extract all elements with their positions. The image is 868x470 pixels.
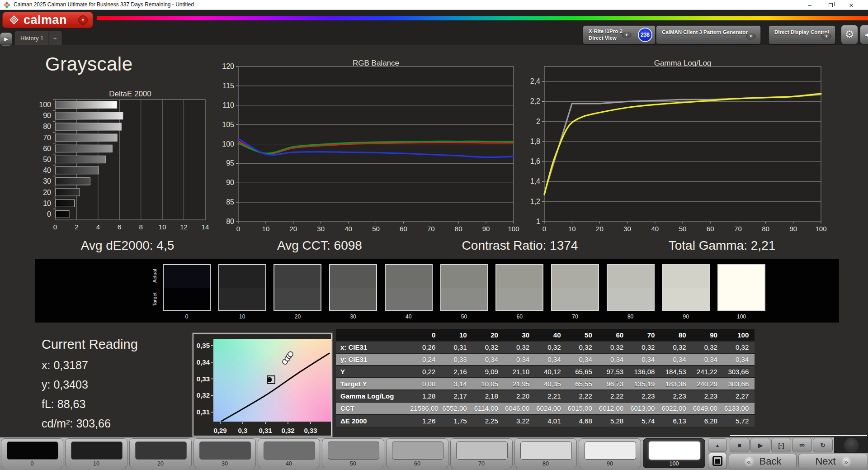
level-patch-button-0[interactable]: 0 bbox=[1, 438, 63, 468]
table-cell: 2,18 bbox=[473, 390, 504, 402]
table-cell: 0,32 bbox=[473, 341, 504, 353]
table-cell: 6049,00 bbox=[692, 402, 723, 414]
level-patch-button-80[interactable]: 80 bbox=[514, 438, 577, 468]
svg-text:2: 2 bbox=[536, 118, 540, 125]
continuous-measure-button[interactable]: ∞ bbox=[792, 438, 812, 452]
patch-label: 100 bbox=[643, 461, 705, 467]
svg-text:10: 10 bbox=[43, 199, 51, 207]
rgb-balance-chart: 8085909510010511011512001020304050607080… bbox=[217, 62, 533, 235]
svg-text:20: 20 bbox=[43, 189, 51, 196]
meter-pattern-generator[interactable]: CalMAN Client 3 Pattern Generator ▼ bbox=[656, 25, 761, 44]
level-patch-button-90[interactable]: 90 bbox=[579, 438, 641, 468]
level-patch-button-50[interactable]: 50 bbox=[322, 438, 384, 468]
table-cell: 183,36 bbox=[660, 378, 692, 390]
logo-dropdown-button[interactable]: ▼ bbox=[78, 15, 88, 25]
table-row-label: Target Y bbox=[336, 378, 410, 390]
restore-icon bbox=[829, 3, 833, 7]
patch-label: 60 bbox=[387, 461, 448, 467]
level-patch-button-60[interactable]: 60 bbox=[386, 438, 448, 468]
table-column-header: 100 bbox=[723, 329, 755, 341]
table-row-label: y: CIE31 bbox=[336, 353, 410, 366]
table-row: CCT21586,006552,006114,006046,006024,006… bbox=[336, 402, 755, 414]
chevron-down-icon[interactable]: ▼ bbox=[821, 33, 831, 40]
table-column-header: 10 bbox=[441, 329, 472, 341]
play-icon: ▶ bbox=[758, 442, 763, 449]
next-button[interactable]: Next » bbox=[798, 454, 868, 469]
svg-text:0,3: 0,3 bbox=[238, 427, 248, 434]
new-tab-button[interactable]: + bbox=[48, 31, 61, 45]
meter-display-control[interactable]: Direct Display Control ▼ bbox=[769, 25, 835, 44]
sidebar-expand-button[interactable]: ▶ bbox=[0, 33, 12, 46]
table-cell: 2,23 bbox=[692, 390, 723, 402]
close-button[interactable]: × bbox=[841, 0, 862, 10]
level-patch-button-70[interactable]: 70 bbox=[450, 438, 513, 468]
level-patch-button-20[interactable]: 20 bbox=[129, 438, 192, 468]
svg-text:80: 80 bbox=[762, 225, 769, 233]
grayscale-swatch-60 bbox=[495, 264, 543, 311]
swatch-target bbox=[608, 288, 654, 310]
svg-text:95: 95 bbox=[226, 159, 234, 167]
minimize-button[interactable]: – bbox=[799, 0, 820, 10]
chevrons-right-icon: » bbox=[841, 456, 851, 466]
svg-text:4: 4 bbox=[96, 223, 100, 231]
svg-text:2: 2 bbox=[75, 223, 78, 231]
stop-button[interactable]: ■ bbox=[730, 438, 750, 452]
single-measure-icon: [-] bbox=[778, 442, 784, 449]
meter-status-accent bbox=[583, 26, 585, 44]
swatch-label: 90 bbox=[662, 313, 710, 320]
svg-text:115: 115 bbox=[222, 82, 234, 90]
table-cell: 6046,00 bbox=[504, 402, 535, 414]
display-control-name: Direct Display Control bbox=[774, 29, 829, 35]
swatch-actual bbox=[608, 265, 654, 288]
pattern-window-button[interactable] bbox=[708, 453, 727, 469]
calman-diamond-icon bbox=[8, 14, 20, 26]
swatch-target bbox=[718, 288, 764, 310]
table-row: Y0,222,169,0921,1040,1265,6597,53136,081… bbox=[336, 366, 755, 378]
refresh-icon: ↻ bbox=[821, 442, 826, 449]
table-cell: 2,22 bbox=[598, 390, 629, 402]
patch-color bbox=[199, 442, 251, 460]
svg-text:70: 70 bbox=[734, 225, 742, 233]
table-cell: 6013,00 bbox=[629, 402, 660, 414]
collapse-panel-button[interactable]: ◀ bbox=[860, 25, 868, 44]
table-cell: 184,53 bbox=[660, 366, 692, 378]
table-cell: 21,95 bbox=[504, 378, 535, 390]
exposure-badge[interactable]: 238 bbox=[638, 28, 652, 42]
table-cell: 3,14 bbox=[441, 378, 472, 390]
level-patch-button-100[interactable]: 100 bbox=[643, 438, 705, 468]
sensor-name: X-Rite i1Pro 2 bbox=[589, 28, 623, 34]
refresh-button[interactable]: ↻ bbox=[813, 438, 833, 452]
table-column-header: 40 bbox=[535, 329, 566, 341]
svg-text:80: 80 bbox=[226, 218, 234, 225]
grayscale-swatch-0 bbox=[163, 264, 211, 311]
pattern-up-button[interactable]: ▲ bbox=[708, 438, 727, 452]
play-button[interactable]: ▶ bbox=[750, 438, 770, 452]
patch-color bbox=[456, 442, 508, 460]
chevron-down-icon[interactable]: ▼ bbox=[746, 33, 756, 40]
chevron-down-icon[interactable]: ▼ bbox=[622, 32, 632, 38]
settings-button[interactable]: ⚙ bbox=[841, 25, 858, 44]
table-column-header: 20 bbox=[473, 329, 504, 341]
transport-separator bbox=[730, 435, 867, 436]
level-patch-button-40[interactable]: 40 bbox=[258, 438, 320, 468]
table-cell: 0,00 bbox=[410, 378, 441, 390]
meter-sensor[interactable]: X-Rite i1Pro 2 Direct View ▼ 238 bbox=[583, 25, 656, 44]
svg-text:50: 50 bbox=[679, 225, 687, 233]
back-button[interactable]: « Back bbox=[729, 454, 797, 469]
patch-color bbox=[392, 442, 443, 460]
deltae-bar-chart: 024681012141009080706050403020100 bbox=[25, 87, 220, 236]
single-measure-button[interactable]: [-] bbox=[771, 438, 791, 452]
level-patch-button-10[interactable]: 10 bbox=[65, 438, 127, 468]
back-label: Back bbox=[760, 456, 782, 467]
svg-text:100: 100 bbox=[815, 225, 826, 233]
calman-menu-button[interactable]: calman ▼ bbox=[2, 12, 93, 28]
window-titlebar: Calman 2025 Calman Ultimate for Business… bbox=[0, 0, 868, 10]
target-row-label: Target bbox=[152, 288, 161, 311]
table-cell: 0,32 bbox=[629, 341, 660, 353]
tab-history-1[interactable]: History 1 + bbox=[15, 31, 61, 45]
current-reading-x: x: 0,3187 bbox=[42, 359, 88, 372]
restore-button[interactable] bbox=[820, 0, 841, 10]
level-patch-button-30[interactable]: 30 bbox=[193, 438, 256, 468]
meter-position-panel bbox=[834, 437, 868, 453]
svg-text:30: 30 bbox=[317, 225, 325, 233]
